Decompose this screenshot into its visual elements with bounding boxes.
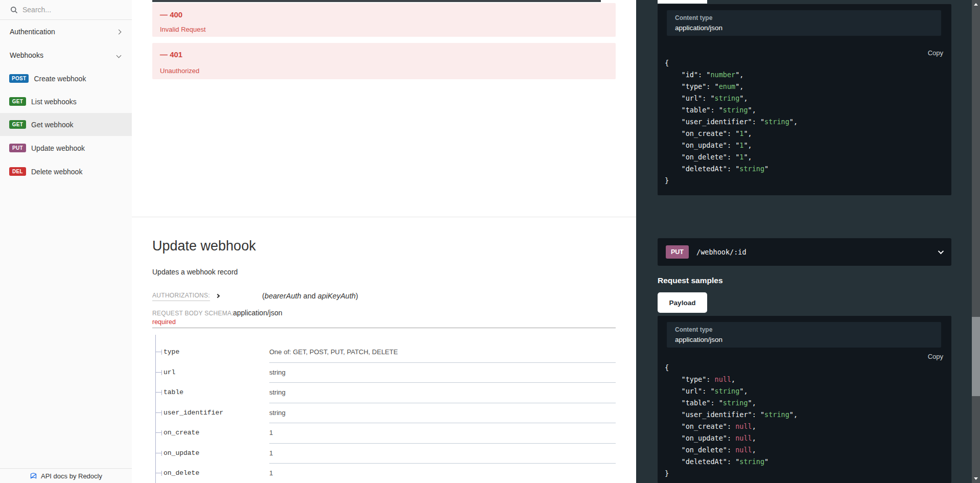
operation-description: Updates a webhook record bbox=[152, 268, 238, 276]
tree-connector-icon bbox=[155, 372, 161, 373]
required-flag: required bbox=[152, 318, 176, 326]
field-divider bbox=[269, 463, 616, 464]
content-type-dropdown[interactable]: Content type application/json bbox=[667, 10, 941, 36]
schema-field-on-update: on_update 1 bbox=[132, 453, 616, 454]
response-code: — 400 bbox=[160, 10, 182, 19]
sidebar-item-delete-webhook[interactable]: DEL Delete webhook bbox=[0, 160, 132, 183]
content-type-value: application/json bbox=[675, 336, 722, 343]
http-method-badge: PUT bbox=[9, 144, 26, 152]
tree-connector-icon bbox=[155, 352, 161, 352]
field-name: on_update bbox=[164, 449, 199, 457]
page-title: Update webhook bbox=[152, 238, 256, 254]
schema-field-table: table string bbox=[132, 393, 616, 393]
endpoint-path: /webhook/:id bbox=[696, 248, 746, 256]
redocly-footer-link[interactable]: API docs by Redocly bbox=[0, 468, 132, 483]
schema-field-url: url string bbox=[132, 373, 616, 373]
field-divider bbox=[269, 362, 616, 363]
authorizations-value: (bearerAuth and apiKeyAuth) bbox=[262, 292, 358, 300]
request-samples-title: Request samples bbox=[658, 276, 723, 285]
group-label: Webhooks bbox=[10, 51, 43, 59]
previous-section-edge bbox=[152, 0, 601, 2]
section-divider bbox=[132, 217, 636, 217]
request-sample-block: Content type application/json Copy { "ty… bbox=[658, 316, 951, 483]
vertical-scrollbar[interactable] bbox=[972, 0, 980, 483]
field-name: table bbox=[164, 388, 183, 396]
scroll-up-icon[interactable] bbox=[974, 3, 978, 6]
schema-divider bbox=[152, 328, 616, 328]
sidebar-item-label: Delete webhook bbox=[31, 168, 82, 176]
tree-connector-icon bbox=[155, 453, 161, 453]
field-name: type bbox=[164, 348, 179, 356]
sidebar-item-label: List webhooks bbox=[31, 98, 77, 106]
http-method-badge: DEL bbox=[9, 167, 26, 176]
response-401-block[interactable]: — 401 Unauthorized bbox=[152, 43, 616, 79]
json-code: { "id": "number", "type": "enum", "url":… bbox=[665, 57, 798, 187]
field-value: string bbox=[269, 388, 286, 396]
sidebar-item-create-webhook[interactable]: POST Create webhook bbox=[0, 67, 132, 90]
schema-field-on-create: on_create 1 bbox=[132, 433, 616, 433]
schema-field-on-delete: on_delete 1 bbox=[132, 473, 616, 474]
field-name: user_identifier bbox=[164, 409, 223, 417]
sidebar-group-webhooks[interactable]: Webhooks bbox=[0, 46, 132, 64]
sidebar-item-update-webhook[interactable]: PUT Update webhook bbox=[0, 136, 132, 159]
payload-tab-partial[interactable] bbox=[658, 0, 707, 4]
http-method-badge: POST bbox=[9, 74, 29, 83]
field-value: One of: GET, POST, PUT, PATCH, DELETE bbox=[269, 348, 398, 356]
sidebar-group-authentication[interactable]: Authentication bbox=[0, 22, 132, 41]
chevron-right-icon bbox=[116, 29, 122, 34]
chevron-down-icon bbox=[938, 248, 944, 254]
content-type-label: Content type bbox=[675, 326, 712, 333]
response-400-block[interactable]: — 400 Invalid Request bbox=[152, 3, 616, 37]
content-type-dropdown[interactable]: Content type application/json bbox=[667, 322, 941, 348]
footer-label: API docs by Redocly bbox=[41, 472, 102, 480]
samples-panel: Content type application/json Copy { "id… bbox=[636, 0, 980, 483]
authorizations-row: AUTHORIZATIONS: bbox=[152, 292, 219, 299]
authorizations-label: AUTHORIZATIONS: bbox=[152, 292, 210, 301]
response-description: Invalid Request bbox=[160, 26, 206, 33]
search-box[interactable] bbox=[0, 0, 132, 20]
field-name: url bbox=[164, 369, 175, 376]
content-column: — 400 Invalid Request — 401 Unauthorized… bbox=[132, 0, 636, 483]
scrollbar-thumb[interactable] bbox=[972, 317, 980, 396]
chevron-down-icon bbox=[116, 53, 122, 58]
tree-connector-icon bbox=[155, 473, 161, 473]
copy-button[interactable]: Copy bbox=[928, 353, 943, 360]
search-input[interactable] bbox=[22, 6, 109, 14]
sidebar-item-list-webhooks[interactable]: GET List webhooks bbox=[0, 90, 132, 113]
request-body-content-type: application/json bbox=[233, 309, 283, 317]
sidebar-item-label: Get webhook bbox=[31, 121, 74, 129]
field-divider bbox=[269, 443, 616, 444]
endpoint-bar[interactable]: PUT /webhook/:id bbox=[658, 238, 951, 266]
json-code: { "type": null, "url": "string", "table"… bbox=[665, 362, 798, 479]
sidebar: Authentication Webhooks POST Create webh… bbox=[0, 0, 132, 483]
put-method-pill: PUT bbox=[666, 245, 689, 259]
field-divider bbox=[269, 423, 616, 423]
tree-connector-icon bbox=[155, 412, 161, 413]
field-value: 1 bbox=[269, 429, 273, 436]
copy-button[interactable]: Copy bbox=[928, 49, 943, 57]
tree-connector-icon bbox=[155, 432, 161, 433]
content-type-label: Content type bbox=[675, 14, 712, 21]
field-value: string bbox=[269, 409, 286, 417]
field-name: on_delete bbox=[164, 469, 199, 477]
schema-tree-trunk bbox=[155, 335, 156, 483]
sidebar-item-label: Update webhook bbox=[31, 144, 85, 152]
redocly-logo-icon bbox=[30, 472, 37, 480]
request-body-schema-label: REQUEST BODY SCHEMA: bbox=[152, 310, 234, 317]
field-divider bbox=[269, 403, 616, 403]
group-label: Authentication bbox=[10, 28, 55, 36]
field-value: 1 bbox=[269, 449, 273, 457]
tree-connector-icon bbox=[155, 392, 161, 393]
schema-field-type: type One of: GET, POST, PUT, PATCH, DELE… bbox=[132, 352, 616, 353]
authorizations-expand-icon[interactable] bbox=[215, 294, 219, 298]
response-sample-block: Content type application/json Copy { "id… bbox=[658, 4, 951, 195]
search-icon bbox=[10, 6, 18, 14]
field-divider bbox=[269, 382, 616, 383]
sidebar-item-get-webhook[interactable]: GET Get webhook bbox=[0, 113, 132, 136]
field-value: 1 bbox=[269, 469, 273, 477]
tab-payload[interactable]: Payload bbox=[658, 292, 707, 313]
sidebar-item-label: Create webhook bbox=[34, 75, 86, 83]
response-description: Unauthorized bbox=[160, 67, 199, 75]
schema-field-user-identifier: user_identifier string bbox=[132, 413, 616, 413]
scroll-down-icon[interactable] bbox=[974, 477, 978, 480]
